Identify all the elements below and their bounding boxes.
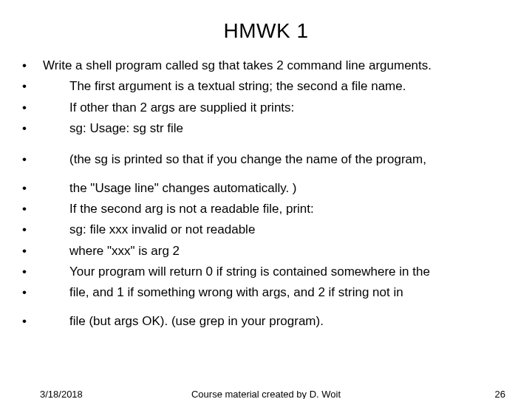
bullet-dot-icon: • (22, 150, 35, 169)
bullet-dot-icon: • (22, 200, 35, 219)
bullet-text: file (but args OK). (use grep in your pr… (69, 312, 510, 331)
slide: HMWK 1 • Write a shell program called sg… (0, 0, 532, 399)
footer-page-number: 26 (495, 389, 505, 399)
bullet-text: Write a shell program called sg that tak… (43, 56, 510, 75)
list-item: • sg: Usage: sg str file (22, 119, 510, 138)
gap (22, 171, 510, 179)
bullet-list: • Write a shell program called sg that t… (22, 56, 510, 331)
list-item: • file (but args OK). (use grep in your … (22, 312, 510, 331)
bullet-dot-icon: • (22, 179, 35, 198)
slide-title: HMWK 1 (22, 19, 510, 43)
bullet-dot-icon: • (22, 242, 35, 261)
bullet-text: where "xxx" is arg 2 (69, 242, 510, 261)
list-item: • file, and 1 if something wrong with ar… (22, 283, 510, 302)
bullet-text: If other than 2 args are supplied it pri… (69, 98, 510, 117)
footer-center-wrap: Course material created by D. Woit (0, 389, 532, 399)
bullet-dot-icon: • (22, 312, 35, 331)
bullet-text: If the second arg is not a readable file… (69, 200, 510, 219)
gap (22, 140, 510, 150)
footer-credit: Course material created by D. Woit (191, 389, 341, 399)
bullet-dot-icon: • (22, 98, 35, 117)
list-item: • Your program will return 0 if string i… (22, 262, 510, 282)
bullet-text: the "Usage line" changes automatically. … (69, 179, 510, 198)
bullet-text: file, and 1 if something wrong with args… (69, 283, 510, 302)
bullet-dot-icon: • (22, 262, 35, 282)
bullet-dot-icon: • (22, 283, 35, 302)
list-item: • Write a shell program called sg that t… (22, 56, 510, 75)
list-item: • sg: file xxx invalid or not readable (22, 220, 510, 239)
bullet-dot-icon: • (22, 119, 35, 138)
list-item: • (the sg is printed so that if you chan… (22, 150, 510, 169)
bullet-text: sg: Usage: sg str file (69, 119, 510, 138)
bullet-text: sg: file xxx invalid or not readable (69, 220, 510, 239)
list-item: • where "xxx" is arg 2 (22, 242, 510, 261)
list-item: • the "Usage line" changes automatically… (22, 179, 510, 198)
gap (22, 304, 510, 312)
bullet-text: The first argument is a textual string; … (69, 77, 510, 96)
bullet-dot-icon: • (22, 77, 35, 96)
bullet-dot-icon: • (22, 56, 35, 75)
bullet-text: Your program will return 0 if string is … (69, 262, 510, 282)
bullet-text: (the sg is printed so that if you change… (69, 150, 510, 169)
list-item: • If other than 2 args are supplied it p… (22, 98, 510, 117)
bullet-dot-icon: • (22, 220, 35, 239)
list-item: • If the second arg is not a readable fi… (22, 200, 510, 219)
list-item: • The first argument is a textual string… (22, 77, 510, 96)
